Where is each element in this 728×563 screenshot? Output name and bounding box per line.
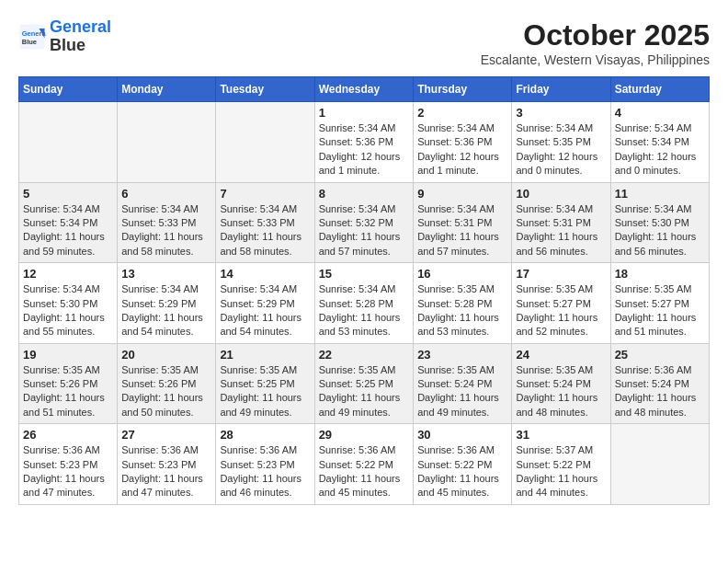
day-info: Sunrise: 5:34 AM Sunset: 5:36 PM Dayligh…: [417, 121, 507, 178]
calendar-cell: 15Sunrise: 5:34 AM Sunset: 5:28 PM Dayli…: [314, 263, 414, 344]
day-info: Sunrise: 5:34 AM Sunset: 5:34 PM Dayligh…: [23, 202, 113, 259]
day-info: Sunrise: 5:35 AM Sunset: 5:28 PM Dayligh…: [417, 282, 507, 339]
day-info: Sunrise: 5:35 AM Sunset: 5:25 PM Dayligh…: [319, 363, 410, 420]
calendar-cell: 6Sunrise: 5:34 AM Sunset: 5:33 PM Daylig…: [118, 182, 216, 263]
calendar-cell: 11Sunrise: 5:34 AM Sunset: 5:30 PM Dayli…: [610, 182, 709, 263]
day-number: 30: [417, 428, 507, 442]
day-number: 15: [319, 267, 410, 281]
day-info: Sunrise: 5:36 AM Sunset: 5:24 PM Dayligh…: [615, 363, 705, 420]
day-number: 12: [23, 267, 113, 281]
calendar-cell: 31Sunrise: 5:37 AM Sunset: 5:22 PM Dayli…: [512, 424, 610, 505]
calendar-cell: 7Sunrise: 5:34 AM Sunset: 5:33 PM Daylig…: [216, 182, 314, 263]
calendar-cell: 21Sunrise: 5:35 AM Sunset: 5:25 PM Dayli…: [216, 343, 314, 424]
weekday-header-saturday: Saturday: [610, 77, 709, 102]
logo-text: GeneralBlue: [50, 18, 111, 55]
day-info: Sunrise: 5:34 AM Sunset: 5:32 PM Dayligh…: [319, 202, 410, 259]
calendar-cell: 22Sunrise: 5:35 AM Sunset: 5:25 PM Dayli…: [314, 343, 414, 424]
logo-icon: General Blue: [18, 23, 46, 51]
title-block: October 2025 Escalante, Western Visayas,…: [481, 18, 710, 67]
day-info: Sunrise: 5:35 AM Sunset: 5:24 PM Dayligh…: [516, 363, 606, 420]
day-number: 8: [319, 187, 410, 201]
day-number: 23: [417, 348, 507, 362]
day-info: Sunrise: 5:34 AM Sunset: 5:30 PM Dayligh…: [23, 282, 113, 339]
svg-text:Blue: Blue: [22, 37, 37, 45]
day-info: Sunrise: 5:34 AM Sunset: 5:33 PM Dayligh…: [121, 202, 211, 259]
day-number: 3: [516, 106, 606, 120]
calendar-cell: 2Sunrise: 5:34 AM Sunset: 5:36 PM Daylig…: [414, 102, 512, 183]
day-info: Sunrise: 5:35 AM Sunset: 5:26 PM Dayligh…: [121, 363, 211, 420]
day-number: 5: [23, 187, 113, 201]
calendar-week-row: 19Sunrise: 5:35 AM Sunset: 5:26 PM Dayli…: [19, 343, 710, 424]
calendar-table: SundayMondayTuesdayWednesdayThursdayFrid…: [18, 76, 710, 505]
calendar-cell: 17Sunrise: 5:35 AM Sunset: 5:27 PM Dayli…: [512, 263, 610, 344]
day-number: 13: [121, 267, 211, 281]
calendar-cell: [118, 102, 216, 183]
day-info: Sunrise: 5:34 AM Sunset: 5:34 PM Dayligh…: [615, 121, 705, 178]
day-info: Sunrise: 5:35 AM Sunset: 5:24 PM Dayligh…: [417, 363, 507, 420]
day-number: 20: [121, 348, 211, 362]
day-number: 6: [121, 187, 211, 201]
day-number: 17: [516, 267, 606, 281]
calendar-week-row: 5Sunrise: 5:34 AM Sunset: 5:34 PM Daylig…: [19, 182, 710, 263]
day-info: Sunrise: 5:36 AM Sunset: 5:23 PM Dayligh…: [121, 443, 211, 500]
weekday-header-wednesday: Wednesday: [314, 77, 414, 102]
day-info: Sunrise: 5:34 AM Sunset: 5:31 PM Dayligh…: [516, 202, 606, 259]
month-title: October 2025: [481, 18, 710, 52]
day-info: Sunrise: 5:35 AM Sunset: 5:25 PM Dayligh…: [220, 363, 310, 420]
day-number: 28: [220, 428, 310, 442]
calendar-cell: 3Sunrise: 5:34 AM Sunset: 5:35 PM Daylig…: [512, 102, 610, 183]
day-info: Sunrise: 5:35 AM Sunset: 5:26 PM Dayligh…: [23, 363, 113, 420]
day-number: 19: [23, 348, 113, 362]
calendar-cell: 29Sunrise: 5:36 AM Sunset: 5:22 PM Dayli…: [314, 424, 414, 505]
day-number: 31: [516, 428, 606, 442]
day-number: 24: [516, 348, 606, 362]
calendar-cell: 20Sunrise: 5:35 AM Sunset: 5:26 PM Dayli…: [118, 343, 216, 424]
day-info: Sunrise: 5:34 AM Sunset: 5:30 PM Dayligh…: [615, 202, 705, 259]
page-header: General Blue GeneralBlue October 2025 Es…: [18, 18, 710, 67]
weekday-header-monday: Monday: [118, 77, 216, 102]
weekday-header-sunday: Sunday: [19, 77, 118, 102]
day-info: Sunrise: 5:34 AM Sunset: 5:29 PM Dayligh…: [220, 282, 310, 339]
day-number: 25: [615, 348, 705, 362]
day-number: 10: [516, 187, 606, 201]
day-info: Sunrise: 5:34 AM Sunset: 5:29 PM Dayligh…: [121, 282, 211, 339]
day-number: 29: [319, 428, 410, 442]
day-number: 2: [417, 106, 507, 120]
calendar-week-row: 26Sunrise: 5:36 AM Sunset: 5:23 PM Dayli…: [19, 424, 710, 505]
day-info: Sunrise: 5:34 AM Sunset: 5:33 PM Dayligh…: [220, 202, 310, 259]
day-number: 1: [319, 106, 410, 120]
calendar-cell: 24Sunrise: 5:35 AM Sunset: 5:24 PM Dayli…: [512, 343, 610, 424]
calendar-cell: [19, 102, 118, 183]
calendar-week-row: 12Sunrise: 5:34 AM Sunset: 5:30 PM Dayli…: [19, 263, 710, 344]
calendar-cell: [216, 102, 314, 183]
calendar-cell: 18Sunrise: 5:35 AM Sunset: 5:27 PM Dayli…: [610, 263, 709, 344]
day-number: 11: [615, 187, 705, 201]
weekday-header-tuesday: Tuesday: [216, 77, 314, 102]
calendar-cell: 19Sunrise: 5:35 AM Sunset: 5:26 PM Dayli…: [19, 343, 118, 424]
day-info: Sunrise: 5:34 AM Sunset: 5:35 PM Dayligh…: [516, 121, 606, 178]
calendar-cell: 5Sunrise: 5:34 AM Sunset: 5:34 PM Daylig…: [19, 182, 118, 263]
day-number: 26: [23, 428, 113, 442]
day-info: Sunrise: 5:36 AM Sunset: 5:22 PM Dayligh…: [319, 443, 410, 500]
calendar-cell: 23Sunrise: 5:35 AM Sunset: 5:24 PM Dayli…: [414, 343, 512, 424]
day-number: 4: [615, 106, 705, 120]
calendar-cell: 26Sunrise: 5:36 AM Sunset: 5:23 PM Dayli…: [19, 424, 118, 505]
day-number: 27: [121, 428, 211, 442]
day-info: Sunrise: 5:37 AM Sunset: 5:22 PM Dayligh…: [516, 443, 606, 500]
day-number: 21: [220, 348, 310, 362]
calendar-cell: 1Sunrise: 5:34 AM Sunset: 5:36 PM Daylig…: [314, 102, 414, 183]
calendar-cell: 13Sunrise: 5:34 AM Sunset: 5:29 PM Dayli…: [118, 263, 216, 344]
calendar-week-row: 1Sunrise: 5:34 AM Sunset: 5:36 PM Daylig…: [19, 102, 710, 183]
day-info: Sunrise: 5:35 AM Sunset: 5:27 PM Dayligh…: [516, 282, 606, 339]
day-number: 7: [220, 187, 310, 201]
calendar-cell: 28Sunrise: 5:36 AM Sunset: 5:23 PM Dayli…: [216, 424, 314, 505]
calendar-cell: 16Sunrise: 5:35 AM Sunset: 5:28 PM Dayli…: [414, 263, 512, 344]
logo: General Blue GeneralBlue: [18, 18, 111, 55]
calendar-cell: 12Sunrise: 5:34 AM Sunset: 5:30 PM Dayli…: [19, 263, 118, 344]
calendar-cell: 8Sunrise: 5:34 AM Sunset: 5:32 PM Daylig…: [314, 182, 414, 263]
day-info: Sunrise: 5:34 AM Sunset: 5:31 PM Dayligh…: [417, 202, 507, 259]
day-number: 22: [319, 348, 410, 362]
weekday-header-friday: Friday: [512, 77, 610, 102]
calendar-cell: 10Sunrise: 5:34 AM Sunset: 5:31 PM Dayli…: [512, 182, 610, 263]
day-number: 18: [615, 267, 705, 281]
